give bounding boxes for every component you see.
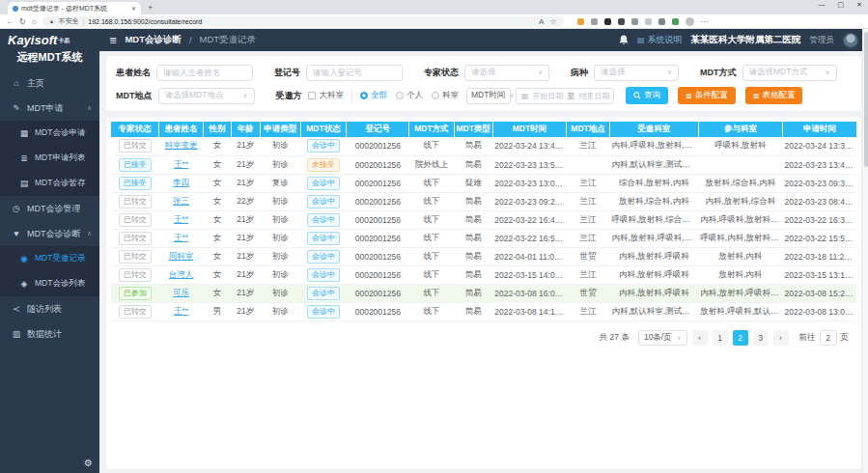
mdt-place-select[interactable]: 请选择MDT地点 ∨ — [158, 88, 255, 104]
invitee-radio-个人[interactable]: 个人 — [396, 90, 423, 101]
table-cell: 女 — [204, 210, 232, 229]
patient-name-link[interactable]: 王** — [174, 159, 188, 169]
expert-status-select[interactable]: 请选择 ∨ — [464, 65, 549, 81]
sidebar-item-heart[interactable]: ♥MDT会诊诊断∧ — [0, 221, 99, 246]
patient-name-link[interactable]: 王** — [174, 306, 188, 316]
column-header[interactable]: MDT时间 — [492, 122, 566, 137]
search-button[interactable]: 查询 — [626, 87, 668, 104]
column-header[interactable]: 登记号 — [347, 122, 409, 137]
read-aloud-icon[interactable]: A — [539, 17, 544, 26]
date-range-picker[interactable]: ▦ 开始日期 至 结束日期 — [516, 88, 614, 104]
new-tab-button[interactable]: + — [148, 2, 153, 14]
column-header[interactable]: 参与科室 — [698, 122, 782, 137]
reg-no-input[interactable] — [306, 65, 403, 81]
sidebar-item-edit[interactable]: ✎MDT申请∧ — [0, 96, 99, 121]
page-button-2[interactable]: 2 — [733, 330, 748, 346]
table-config-button[interactable]: ≣ 表格配置 — [745, 87, 803, 104]
browser-profile-avatar[interactable] — [686, 17, 694, 26]
big-dept-checkbox[interactable]: 大科室 — [308, 90, 345, 101]
sidebar-item-list[interactable]: ≣MDT申请列表 — [0, 146, 99, 171]
table-cell: 2022-03-23 08:49:53 — [783, 192, 857, 210]
sidebar-item-shield[interactable]: ◈MDT会诊列表 — [0, 271, 99, 296]
window-close-button[interactable]: ✕ — [856, 1, 862, 9]
chevron-down-icon: ∨ — [509, 92, 514, 99]
patient-name-link[interactable]: 科室变更 — [165, 140, 198, 150]
browser-menu-icon[interactable]: ⋯ — [701, 17, 709, 26]
column-header[interactable]: 申请类型 — [260, 122, 300, 137]
column-header[interactable]: MDT类型 — [454, 122, 492, 137]
column-header[interactable]: MDT状态 — [300, 122, 347, 137]
sidebar-item-label: MDT会诊暂存 — [35, 178, 85, 189]
extension-icon[interactable] — [672, 18, 679, 25]
favorite-icon[interactable]: ☆ — [549, 17, 556, 26]
sidebar-item-rows[interactable]: ▤MDT会诊暂存 — [0, 171, 99, 196]
column-header[interactable]: 患者姓名 — [158, 122, 203, 137]
mdt-mode-select[interactable]: 请选择MDT方式 ∨ — [742, 65, 837, 81]
patient-name-link[interactable]: 同科室 — [169, 251, 194, 261]
page-button-1[interactable]: 1 — [713, 330, 728, 346]
column-header[interactable]: MDT方式 — [409, 122, 454, 137]
patient-name-link[interactable]: 王** — [174, 233, 188, 242]
user-avatar[interactable] — [843, 33, 858, 48]
column-header[interactable]: 性别 — [204, 122, 232, 137]
sidebar-item-grid[interactable]: ▦MDT会诊申请 — [0, 121, 99, 146]
browser-tab[interactable]: mdt受邀记录 - 远程MDT系统 ✕ — [8, 2, 141, 14]
window-maximize-button[interactable]: ▢ — [838, 1, 845, 9]
notification-bell-icon[interactable] — [619, 35, 629, 45]
sidebar-item-share[interactable]: ≺随访列表 — [0, 296, 99, 321]
table-cell: 初诊 — [260, 155, 300, 174]
sidebar-item-home[interactable]: ⌂主页 — [0, 70, 99, 96]
table-row: 已参加可乐女21岁初诊会诊中0002001256线下简易2022-03-08 1… — [111, 284, 856, 302]
column-header[interactable]: MDT地点 — [567, 122, 610, 137]
refresh-icon[interactable]: ↻ — [19, 17, 26, 26]
sidebar-item-label: MDT会诊管理 — [27, 203, 81, 215]
sidebar-item-clock[interactable]: ◷MDT会诊管理 — [0, 196, 99, 221]
home-nav-icon[interactable]: ⌂ — [32, 17, 37, 26]
patient-name-link[interactable]: 李四 — [173, 178, 189, 187]
column-header[interactable]: 专家状态 — [111, 122, 158, 137]
system-help-link[interactable]: ▤ 系统说明 — [637, 34, 683, 46]
menu-collapse-icon[interactable]: ≣ — [109, 35, 117, 45]
prev-page-button[interactable]: ‹ — [692, 330, 708, 346]
page-button-3[interactable]: 3 — [753, 330, 769, 346]
table-row: 已接受王**女21岁初诊未接受0002001256院外线上简易2022-03-2… — [111, 155, 856, 174]
extension-icon[interactable] — [604, 18, 611, 25]
patient-name-link[interactable]: 台湾人 — [169, 269, 194, 279]
patient-name-input[interactable] — [156, 65, 253, 81]
extension-icon[interactable] — [631, 18, 638, 25]
patient-name-link[interactable]: 王** — [174, 214, 188, 224]
scrollbar-thumb[interactable] — [864, 32, 868, 167]
split-screen-icon[interactable] — [658, 18, 665, 25]
column-header[interactable]: 受邀科室 — [609, 122, 698, 137]
sidebar-item-user[interactable]: ◉MDT受邀记录 — [0, 246, 99, 271]
extension-icon[interactable] — [591, 18, 598, 25]
extension-icon[interactable] — [577, 18, 584, 25]
invitee-radio-科室[interactable]: 科室 — [432, 90, 459, 101]
next-page-button[interactable]: › — [773, 330, 789, 346]
status-badge: 已转交 — [119, 195, 152, 209]
disease-select[interactable]: 请选择 ∨ — [594, 65, 679, 81]
condition-config-button[interactable]: ≣ 条件配置 — [678, 87, 736, 104]
sidebar: Kayisoft卡易 远程MDT系统 ⌂主页✎MDT申请∧▦MDT会诊申请≣MD… — [0, 29, 99, 473]
patient-name-link[interactable]: 可乐 — [173, 288, 189, 297]
page-size-select[interactable]: 10条/页 ∨ — [638, 330, 687, 346]
settings-gear-icon[interactable]: ⚙ — [84, 458, 93, 468]
extension-icon[interactable] — [645, 18, 652, 25]
column-header[interactable]: 申请时间 — [783, 122, 857, 137]
back-icon[interactable]: ← — [6, 17, 14, 26]
column-header[interactable]: 年龄 — [231, 122, 260, 137]
invitee-radio-全部[interactable]: 全部 — [360, 90, 387, 101]
window-minimize-button[interactable]: — — [819, 1, 826, 9]
tab-close-icon[interactable]: ✕ — [131, 5, 136, 12]
page-scrollbar[interactable] — [862, 29, 868, 473]
time-field-select[interactable]: MDT时间 ∨ — [466, 88, 511, 104]
address-bar[interactable]: ▲ 不安全 | 192.168.0.156:9002/consultate/re… — [42, 16, 564, 27]
sidebar-item-chart[interactable]: ▥数据统计 — [0, 321, 99, 347]
jump-page-input[interactable] — [820, 330, 837, 346]
share-icon: ≺ — [12, 304, 21, 314]
reg-no-label: 登记号 — [274, 67, 300, 79]
extension-icon[interactable] — [618, 18, 625, 25]
grid-icon: ▦ — [19, 128, 29, 138]
patient-name-link[interactable]: 张三 — [173, 196, 189, 206]
table-cell: 张三 — [158, 192, 203, 210]
